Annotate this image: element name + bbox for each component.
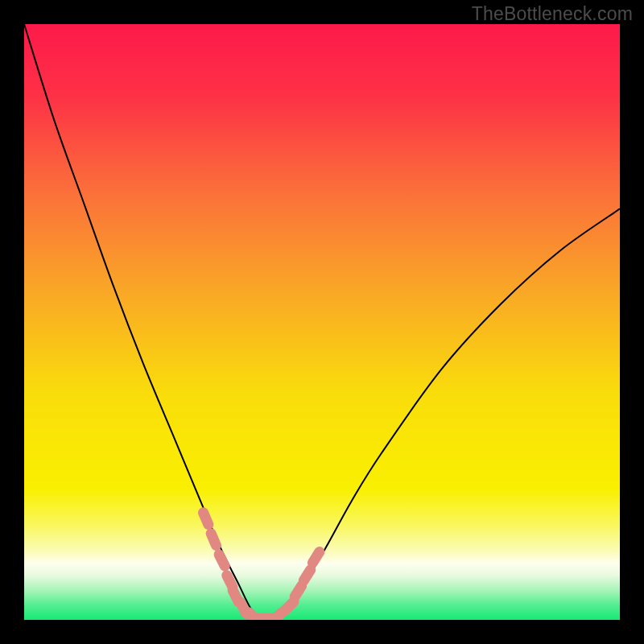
marker [204,513,208,525]
marker [312,552,319,564]
marker [295,586,301,597]
chart-svg [24,24,620,620]
marker [219,555,225,566]
plot-area [24,24,620,620]
chart-frame: { "watermark": "TheBottleneck.com", "col… [0,0,644,644]
watermark-text: TheBottleneck.com [472,3,633,25]
marker [211,534,216,546]
gradient-bg [24,24,620,620]
marker [285,601,294,610]
marker [303,570,310,581]
